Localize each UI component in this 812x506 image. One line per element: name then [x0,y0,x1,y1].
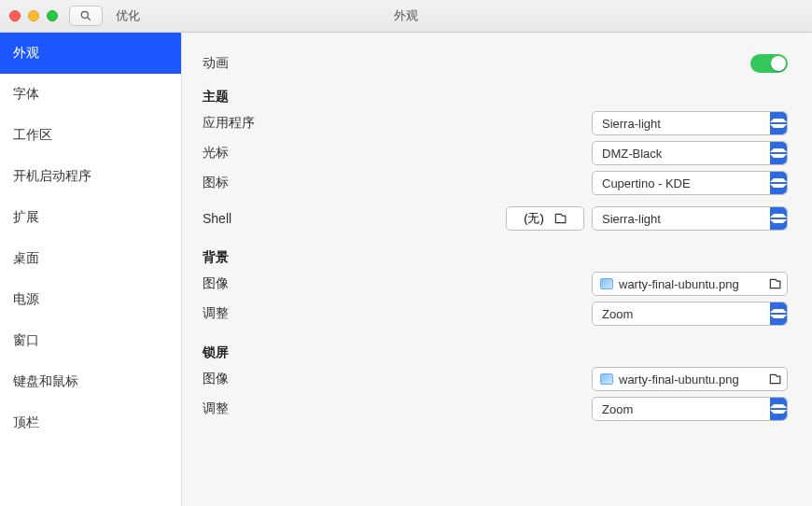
animation-label: 动画 [203,55,287,72]
lockscreen-image-label: 图像 [203,371,287,387]
background-adjust-select[interactable]: Zoom [592,302,788,326]
sidebar-item-label: 字体 [13,86,39,103]
lockscreen-adjust-label: 调整 [203,401,287,417]
window-controls [9,10,58,21]
sidebar-item-label: 窗口 [13,332,39,349]
cursor-theme-select[interactable]: DMZ-Black [592,141,788,165]
sidebar-item-fonts[interactable]: 字体 [0,74,181,115]
search-icon [79,9,92,22]
lockscreen-image-button[interactable]: warty-final-ubuntu.png [592,367,788,391]
icon-theme-select[interactable]: Cupertino - KDE [592,171,788,195]
sidebar-item-startup[interactable]: 开机启动程序 [0,156,181,197]
content-panel: 动画 主题 应用程序 Sierra-light 光标 DMZ-Black [182,33,812,506]
image-file-icon [600,373,613,385]
stepper-icon [770,142,787,164]
sidebar-item-label: 电源 [13,291,39,308]
cursor-theme-value: DMZ-Black [602,147,662,161]
shell-theme-label: Shell [203,211,287,226]
lockscreen-image-value: warty-final-ubuntu.png [619,372,763,387]
icon-theme-value: Cupertino - KDE [602,176,691,190]
maximize-icon[interactable] [47,10,58,21]
window-title: 外观 [394,7,418,24]
sidebar-item-label: 键盘和鼠标 [13,373,78,390]
open-file-icon [553,212,567,225]
shell-theme-value: Sierra-light [602,212,661,226]
background-image-value: warty-final-ubuntu.png [619,277,763,291]
sidebar-item-topbar[interactable]: 顶栏 [0,402,181,443]
minimize-icon[interactable] [28,10,39,21]
sidebar-item-keyboard-mouse[interactable]: 键盘和鼠标 [0,361,181,402]
image-file-icon [600,278,613,289]
sidebar-item-label: 顶栏 [13,415,39,431]
sidebar-item-power[interactable]: 电源 [0,279,181,320]
animation-toggle[interactable] [750,54,788,73]
lockscreen-adjust-select[interactable]: Zoom [592,397,788,421]
application-theme-value: Sierra-light [602,117,661,131]
shell-theme-select[interactable]: Sierra-light [592,206,788,231]
sidebar-item-desktop[interactable]: 桌面 [0,238,181,279]
stepper-icon [770,207,787,230]
application-theme-label: 应用程序 [203,115,287,132]
sidebar-item-workspaces[interactable]: 工作区 [0,115,181,156]
search-button[interactable] [69,6,103,26]
sidebar-item-windows[interactable]: 窗口 [0,320,181,361]
sidebar-item-label: 工作区 [13,127,52,144]
background-adjust-label: 调整 [203,305,287,322]
icon-theme-label: 图标 [203,175,287,191]
titlebar: 优化 外观 [0,0,812,33]
open-file-icon [768,277,781,290]
app-name: 优化 [116,7,140,24]
application-theme-select[interactable]: Sierra-light [592,111,788,135]
lockscreen-adjust-value: Zoom [602,402,633,416]
open-file-icon [768,372,781,386]
sidebar-item-label: 扩展 [13,209,39,226]
sidebar: 外观 字体 工作区 开机启动程序 扩展 桌面 电源 窗口 键盘和鼠标 顶栏 [0,33,182,506]
sidebar-item-label: 开机启动程序 [13,168,91,185]
close-icon[interactable] [9,10,21,21]
background-adjust-value: Zoom [602,307,633,321]
stepper-icon [770,172,787,194]
stepper-icon [770,302,787,325]
theme-heading: 主题 [203,89,788,105]
svg-line-1 [88,18,91,21]
background-heading: 背景 [203,249,788,266]
cursor-theme-label: 光标 [203,145,287,162]
shell-none-label: (无) [524,210,544,227]
background-image-label: 图像 [203,275,287,292]
sidebar-item-appearance[interactable]: 外观 [0,33,181,74]
svg-point-0 [81,11,88,18]
sidebar-item-label: 桌面 [13,250,39,267]
stepper-icon [770,112,787,134]
sidebar-item-extensions[interactable]: 扩展 [0,197,181,238]
background-image-button[interactable]: warty-final-ubuntu.png [592,272,788,296]
shell-none-button[interactable]: (无) [506,206,584,231]
lockscreen-heading: 锁屏 [203,344,788,361]
stepper-icon [770,398,787,420]
sidebar-item-label: 外观 [13,45,39,62]
